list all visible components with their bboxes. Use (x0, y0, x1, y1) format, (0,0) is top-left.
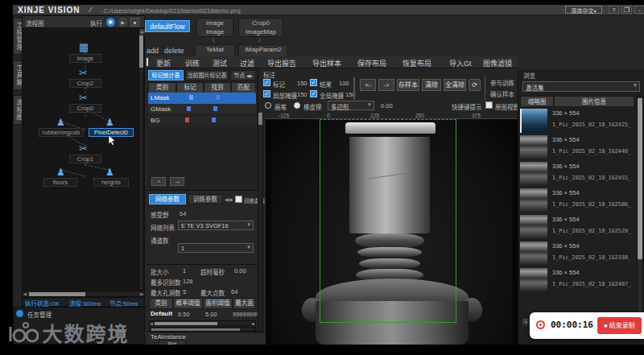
table-row-lmask[interactable]: LMask (148, 93, 256, 104)
stop-button[interactable]: ■ (130, 18, 139, 27)
chain-box-crop0[interactable]: Crop0ImageMap (238, 18, 283, 37)
clear-button[interactable]: 清除 (422, 79, 441, 91)
scissors-icon[interactable]: ✂ (79, 142, 88, 155)
toolbar-update[interactable]: 更新 (156, 58, 171, 68)
chevron-right-icon[interactable]: ▶ (229, 196, 233, 202)
train-curve-checkbox[interactable] (235, 196, 242, 203)
flow-hscrollbar[interactable]: ◀ ▶ (22, 291, 145, 297)
scroll-thumb[interactable] (29, 292, 85, 296)
scroll-right-icon[interactable]: ▶ (252, 321, 255, 326)
tool-icon[interactable]: ♟ (56, 167, 65, 178)
thumbnail[interactable] (520, 135, 547, 159)
node-crop0[interactable]: Crop0 (69, 104, 101, 113)
node-heights[interactable]: heights (93, 178, 129, 187)
global-mask-checkbox[interactable]: ✓ (310, 90, 317, 97)
list-item[interactable]: 336 × 554 1_Pic_2025_02_18_162529_ (520, 214, 634, 240)
list-item[interactable]: 336 × 554 1_Pic_2025_02_18_162455_ (520, 161, 634, 187)
delete-button[interactable]: delete (164, 47, 184, 55)
orig-view-checkbox[interactable] (485, 101, 493, 109)
maximize-button[interactable]: ❐ (621, 6, 632, 14)
scroll-left-icon[interactable]: ◀ (150, 321, 153, 326)
tab-defaultflow[interactable]: defaultFlow (145, 20, 190, 32)
default-row-name[interactable]: Default (151, 310, 172, 317)
table-row-bg[interactable]: BG (148, 115, 256, 126)
thumbnail[interactable] (520, 109, 547, 133)
thumbnail[interactable] (520, 241, 547, 266)
result-checkbox[interactable]: ✓ (310, 79, 317, 86)
tab-current-image-marks[interactable]: 当前图片标记表 (185, 70, 229, 80)
scroll-left-icon[interactable]: ◀ (23, 291, 27, 296)
save-sample-button[interactable]: 存样本 (397, 79, 419, 91)
play-button[interactable]: ▶ (118, 18, 127, 27)
chevron-right-icon[interactable]: ▶ (250, 73, 253, 78)
scroll-thumb[interactable] (139, 35, 143, 68)
scroll-thumb[interactable] (155, 322, 217, 325)
thumbnail[interactable] (520, 162, 547, 186)
node-image[interactable]: image (69, 54, 101, 63)
move-class-button[interactable]: → (170, 177, 184, 186)
list-item[interactable]: 336 × 554 1_Pic_2025_02_18_162425_ (520, 108, 634, 134)
scroll-thumb[interactable] (151, 328, 240, 331)
stop-record-button[interactable]: ■ 结束录制 (597, 317, 642, 334)
node-floors[interactable]: floors (43, 178, 77, 187)
browse-vscrollbar[interactable] (637, 96, 643, 337)
help-button[interactable]: ? (609, 6, 619, 14)
toolbar-restore-layout[interactable]: 恢复布局 (402, 58, 431, 68)
film-icon[interactable]: ▦ (79, 41, 89, 53)
node-crop1[interactable]: Crop1 (69, 155, 101, 163)
chevron-left-icon[interactable]: ◀ (225, 196, 229, 202)
brush-radio[interactable] (265, 102, 271, 109)
pcol-area[interactable]: 面积阈值 (203, 298, 233, 309)
list-item[interactable]: 336 × 554 1_Pic_2025_02_18_162338_ (520, 241, 634, 266)
gear-icon[interactable] (16, 310, 23, 317)
toolbar-test[interactable]: 测试 (213, 58, 227, 68)
toolbar-image-filter[interactable]: 图像滤镜 (483, 58, 512, 68)
network-list-select[interactable]: E TE V3 SVGF16▼ (178, 221, 254, 230)
clear-all-button[interactable]: 全清除 (444, 79, 466, 91)
pcol-prob[interactable]: 概率阈值 (173, 298, 203, 309)
tab-train-params[interactable]: 训练参数 (188, 194, 223, 204)
next-button[interactable]: -> (378, 79, 394, 91)
toolbar-export-sample[interactable]: 导出样本 (312, 58, 341, 68)
refresh-icon[interactable]: ⟳ (469, 79, 481, 91)
thumbnail[interactable] (520, 268, 547, 292)
toolbar-import-gt[interactable]: 导入Gt (449, 58, 472, 68)
roi-box[interactable] (320, 119, 456, 323)
scissors-icon[interactable]: ✂ (79, 92, 88, 104)
toolbar-export-report[interactable]: 导出报告 (267, 58, 296, 68)
params-hscrollbar[interactable]: ◀▶ (149, 320, 256, 326)
tool-icon[interactable]: ♟ (105, 167, 114, 178)
flow-vscrollbar[interactable]: ▲ (138, 28, 144, 291)
scissors-icon[interactable]: ✂ (79, 67, 88, 79)
channels-select[interactable]: 1▼ (178, 243, 254, 253)
local-mask-checkbox[interactable]: ✓ (263, 90, 270, 97)
toolbar-save-layout[interactable]: 保存布局 (357, 58, 386, 68)
thumbnail[interactable] (520, 215, 547, 239)
tab-network-params[interactable]: 网络参数 (149, 194, 186, 204)
chain-box-image[interactable]: imageImage (196, 18, 233, 37)
tab-node[interactable]: 节点 ◀▶ (230, 70, 256, 80)
shape-select[interactable]: 多边形▼ (328, 101, 374, 110)
image-canvas[interactable]: -125 0 125 250 375 (266, 113, 518, 345)
add-button[interactable]: add (147, 47, 159, 55)
thumbnail[interactable] (520, 188, 547, 213)
prev-button[interactable]: <- (360, 79, 376, 91)
flow-canvas[interactable]: ▦ image ✂ Crop2 ✂ Crop0 ♟ rubberringcab … (23, 28, 138, 291)
list-item[interactable]: 336 × 554 1_Pic_2025_02_18_162506_ (520, 188, 634, 213)
toolbar-train[interactable]: 训练 (185, 58, 200, 68)
minimize-button[interactable]: - (634, 6, 644, 14)
run-button[interactable]: ✱ (106, 18, 115, 27)
table-row-gmask[interactable]: GMask (148, 104, 256, 115)
toolbar-filter[interactable]: 过滤 (240, 58, 254, 68)
eraser-radio[interactable] (294, 102, 300, 109)
tool-icon[interactable]: ♟ (56, 117, 65, 128)
hotkey-hint-label[interactable]: 快捷键提示 (452, 102, 482, 111)
tab-mark-stats[interactable]: 标记统计表 (148, 70, 184, 80)
pcol-maxarea[interactable]: 最大面 (233, 298, 256, 309)
language-select[interactable]: 简体中文▾ (565, 6, 602, 14)
node-rubberringcab[interactable]: rubberringcab (39, 128, 84, 137)
list-item[interactable]: 336 × 554 1_Pic_2025_02_18_162407_ (520, 267, 634, 293)
list-item[interactable]: 336 × 554 1_Pic_2025_02_18_162440_ (520, 134, 634, 160)
node-crop2[interactable]: Crop2 (69, 79, 101, 88)
tool-icon[interactable]: ♟ (105, 117, 114, 128)
